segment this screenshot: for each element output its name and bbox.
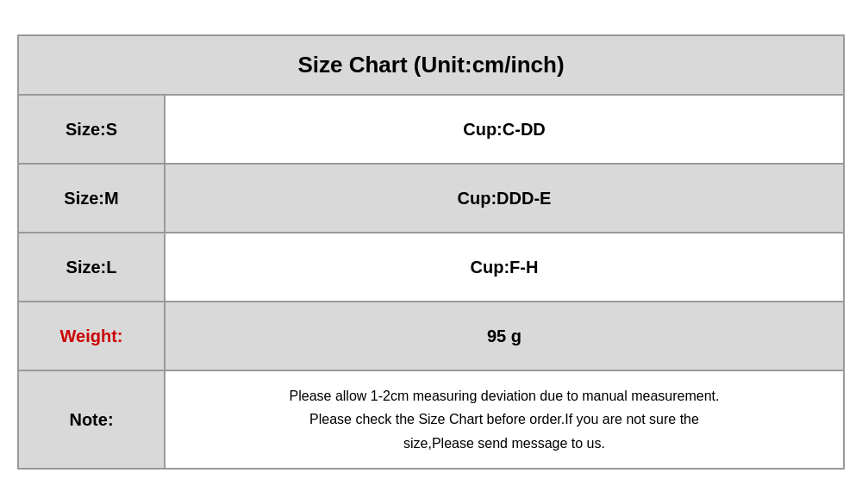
size-l-row: Size:L Cup:F-H (19, 233, 843, 302)
size-s-row: Size:S Cup:C-DD (19, 96, 843, 165)
note-row: Note: Please allow 1-2cm measuring devia… (19, 371, 843, 468)
size-m-row: Size:M Cup:DDD-E (19, 165, 843, 233)
note-text: Please allow 1-2cm measuring deviation d… (290, 384, 720, 455)
weight-value: 95 g (487, 327, 522, 346)
size-s-label: Size:S (66, 120, 117, 140)
size-l-value: Cup:F-H (471, 258, 539, 277)
size-m-label-cell: Size:M (19, 165, 166, 232)
size-m-label: Size:M (64, 189, 118, 208)
size-s-value-cell: Cup:C-DD (166, 96, 843, 163)
weight-value-cell: 95 g (166, 302, 843, 370)
note-label-cell: Note: (19, 371, 166, 468)
size-chart: Size Chart (Unit:cm/inch) Size:S Cup:C-D… (17, 34, 845, 470)
size-s-label-cell: Size:S (19, 96, 166, 163)
size-s-value: Cup:C-DD (463, 120, 546, 140)
note-label: Note: (69, 410, 113, 430)
weight-label: Weight: (60, 327, 123, 346)
note-value-cell: Please allow 1-2cm measuring deviation d… (166, 371, 843, 468)
weight-label-cell: Weight: (19, 302, 166, 370)
size-m-value-cell: Cup:DDD-E (166, 165, 843, 232)
size-l-label: Size:L (66, 258, 117, 277)
chart-title: Size Chart (Unit:cm/inch) (297, 52, 564, 78)
size-l-value-cell: Cup:F-H (166, 233, 843, 301)
chart-header: Size Chart (Unit:cm/inch) (19, 36, 843, 96)
size-l-label-cell: Size:L (19, 233, 166, 301)
weight-row: Weight: 95 g (19, 302, 843, 371)
size-m-value: Cup:DDD-E (458, 189, 552, 208)
